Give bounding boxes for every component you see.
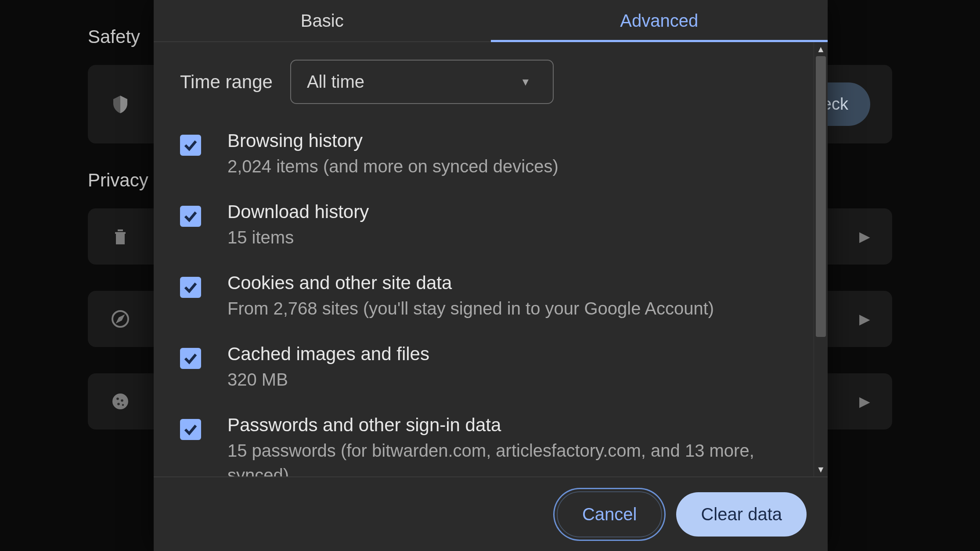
option-title: Cached images and files [227,343,787,365]
chevron-right-icon: ▶ [859,393,870,410]
time-range-row: Time range All time ▼ [180,60,787,104]
shield-icon [110,94,131,115]
option-text: Download history 15 items [227,201,787,250]
checkbox-browsing-history[interactable] [180,135,201,156]
option-title: Passwords and other sign-in data [227,415,787,436]
time-range-value: All time [307,72,364,92]
svg-point-2 [116,397,119,400]
option-text: Cached images and files 320 MB [227,343,787,392]
checkbox-passwords[interactable] [180,419,201,440]
option-text: Cookies and other site data From 2,768 s… [227,272,787,321]
option-browsing-history[interactable]: Browsing history 2,024 items (and more o… [180,130,787,179]
tab-basic[interactable]: Basic [154,0,491,41]
svg-point-1 [112,394,128,409]
checkbox-download-history[interactable] [180,206,201,227]
chevron-right-icon: ▶ [859,311,870,327]
scrollbar[interactable]: ▲ ▼ [814,42,828,476]
dialog-content: Time range All time ▼ Browsing history 2… [154,42,814,476]
scrollbar-down-arrow-icon[interactable]: ▼ [814,462,828,476]
option-sub: 2,024 items (and more on synced devices) [227,154,787,179]
chevron-right-icon: ▶ [859,228,870,245]
svg-point-5 [122,404,124,406]
trash-icon [110,226,131,247]
checkbox-cache[interactable] [180,348,201,369]
dialog-tabs: Basic Advanced [154,0,828,42]
tab-advanced[interactable]: Advanced [491,0,828,41]
caret-down-icon: ▼ [520,76,531,88]
svg-point-4 [117,403,120,405]
cancel-button[interactable]: Cancel [557,491,663,537]
dialog-footer: Cancel Clear data [154,476,828,551]
option-cache[interactable]: Cached images and files 320 MB [180,343,787,392]
option-download-history[interactable]: Download history 15 items [180,201,787,250]
option-text: Browsing history 2,024 items (and more o… [227,130,787,179]
cookie-icon [110,391,131,412]
checkbox-cookies[interactable] [180,277,201,298]
time-range-label: Time range [180,72,273,93]
option-text: Passwords and other sign-in data 15 pass… [227,415,787,476]
option-passwords[interactable]: Passwords and other sign-in data 15 pass… [180,415,787,476]
option-title: Cookies and other site data [227,272,787,293]
option-cookies[interactable]: Cookies and other site data From 2,768 s… [180,272,787,321]
compass-icon [110,308,131,329]
option-sub: 15 passwords (for bitwarden.com, article… [227,438,787,476]
option-title: Download history [227,201,787,222]
option-sub: From 2,768 sites (you'll stay signed in … [227,296,787,321]
option-sub: 320 MB [227,367,787,392]
scrollbar-up-arrow-icon[interactable]: ▲ [814,42,828,56]
svg-point-3 [121,399,123,402]
scrollbar-thumb[interactable] [816,56,826,337]
time-range-select[interactable]: All time ▼ [290,60,554,104]
clear-browsing-data-dialog: Basic Advanced Time range All time ▼ Bro… [154,0,828,551]
option-title: Browsing history [227,130,787,151]
dialog-body: Time range All time ▼ Browsing history 2… [154,42,828,476]
clear-data-button[interactable]: Clear data [676,492,807,537]
option-sub: 15 items [227,225,787,250]
